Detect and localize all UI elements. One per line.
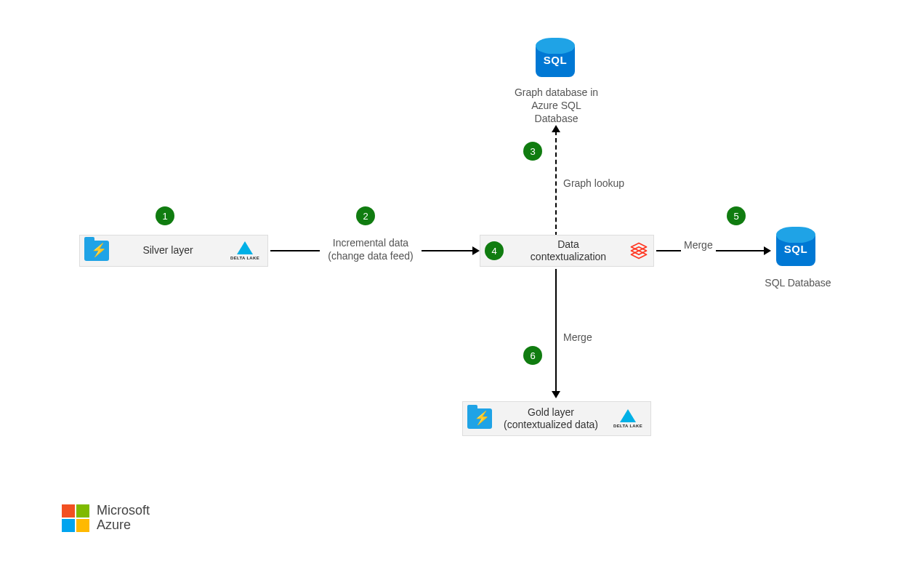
delta-lake-icon: DELTA LAKE	[227, 237, 263, 265]
context-label: Data contextualization	[508, 238, 629, 264]
microsoft-logo-icon	[62, 504, 89, 532]
databricks-icon	[629, 241, 649, 261]
adls-folder-icon: ⚡	[467, 408, 492, 429]
arrow-context-to-gold	[555, 269, 557, 392]
sql-icon-text: SQL	[536, 54, 575, 66]
step-4-circle: 4	[485, 241, 504, 260]
microsoft-azure-logo: Microsoft Azure	[62, 504, 150, 533]
step-1-circle: 1	[156, 206, 174, 225]
sqldb-caption: SQL Database	[762, 276, 834, 289]
adls-folder-icon: ⚡	[84, 241, 109, 261]
arrow-graph-lookup	[555, 131, 557, 236]
sql-database-icon: SQL	[536, 38, 575, 81]
sql-database-icon: SQL	[776, 227, 815, 270]
arrow-head-up	[552, 125, 560, 132]
graph-lookup-label: Graph lookup	[563, 177, 624, 190]
delta-lake-icon: DELTA LAKE	[610, 405, 646, 432]
brand-text: Microsoft Azure	[97, 504, 150, 533]
step-6-circle: 6	[523, 346, 542, 365]
silver-layer-node: ⚡ Silver layer DELTA LAKE	[79, 235, 268, 267]
merge-right-label: Merge	[681, 238, 716, 251]
merge-down-label: Merge	[563, 331, 592, 344]
sql-icon-text: SQL	[776, 243, 815, 255]
arrow-head-right	[472, 246, 480, 255]
arrow-head-right	[764, 246, 771, 255]
data-contextualization-node: 4 Data contextualization	[480, 235, 654, 267]
step-3-circle: 3	[523, 142, 542, 161]
gold-layer-node: ⚡ Gold layer (contextualized data) DELTA…	[462, 401, 651, 436]
graphdb-caption: Graph database in Azure SQL Database	[504, 86, 609, 126]
silver-layer-label: Silver layer	[109, 244, 227, 257]
incremental-label: Incremental data (change data feed)	[320, 236, 422, 262]
gold-layer-label: Gold layer (contextualized data)	[492, 406, 610, 432]
arrow-head-down	[552, 391, 560, 398]
step-2-circle: 2	[356, 206, 375, 225]
step-5-circle: 5	[727, 206, 746, 225]
